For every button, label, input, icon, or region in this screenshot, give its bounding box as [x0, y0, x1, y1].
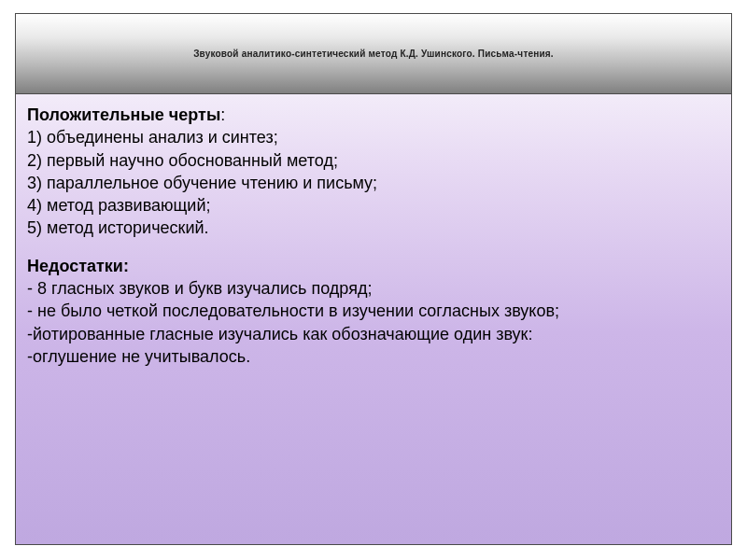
- negatives-item: - не было четкой последовательности в из…: [27, 300, 720, 322]
- slide-header: Звуковой аналитико-синтетический метод К…: [16, 14, 731, 94]
- positives-item: 4) метод развивающий;: [27, 194, 720, 217]
- slide-frame: Звуковой аналитико-синтетический метод К…: [15, 13, 732, 545]
- negatives-item: -йотированные гласные изучались как обоз…: [27, 323, 720, 345]
- positives-colon: :: [220, 105, 225, 124]
- positives-item: 2) первый научно обоснованный метод;: [27, 149, 720, 172]
- slide-body: Положительные черты: 1) объединены анали…: [16, 94, 731, 544]
- negatives-item: - 8 гласных звуков и букв изучались подр…: [27, 277, 720, 300]
- spacer: [27, 240, 720, 255]
- negatives-block: Недостатки: - 8 гласных звуков и букв из…: [27, 255, 720, 368]
- slide-title: Звуковой аналитико-синтетический метод К…: [193, 49, 554, 59]
- positives-heading: Положительные черты: [27, 105, 220, 124]
- negatives-item: -оглушение не учитывалось.: [27, 345, 720, 368]
- positives-block: Положительные черты: 1) объединены анали…: [27, 104, 720, 240]
- slide: Звуковой аналитико-синтетический метод К…: [0, 0, 747, 560]
- negatives-heading: Недостатки:: [27, 257, 129, 275]
- positives-item: 1) объединены анализ и синтез;: [27, 126, 720, 148]
- positives-item: 3) параллельное обучение чтению и письму…: [27, 172, 720, 194]
- positives-item: 5) метод исторический.: [27, 217, 720, 239]
